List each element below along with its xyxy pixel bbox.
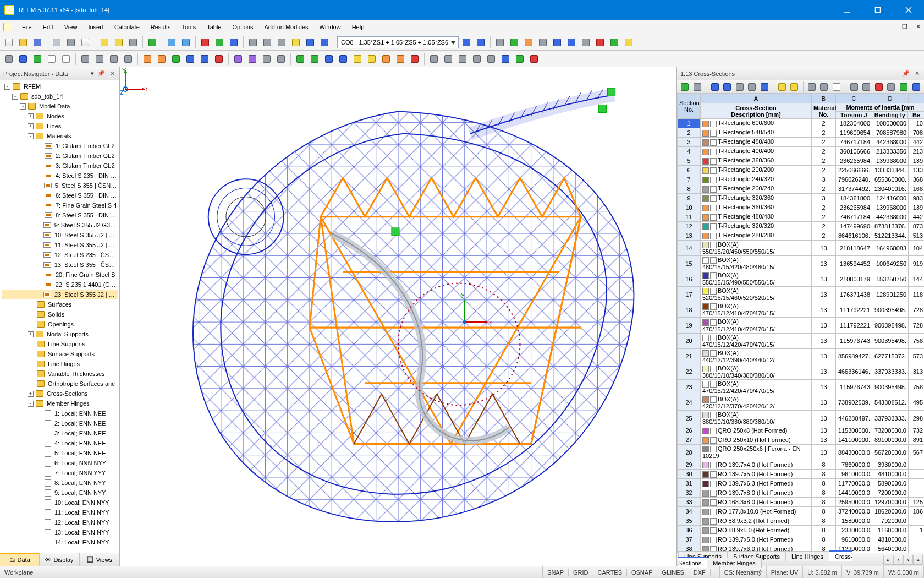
tb-save[interactable] <box>31 36 44 49</box>
tree-surfaces[interactable]: Surfaces <box>2 299 118 309</box>
tree-hinge-14[interactable]: 14: Local; ENN NYY <box>2 537 118 547</box>
model-viewport[interactable]: x y X Y Z <box>120 67 676 566</box>
tb-redo[interactable] <box>179 36 193 49</box>
tb-doc[interactable] <box>79 36 92 49</box>
tb2-v4[interactable] <box>122 52 135 66</box>
tb2-s2[interactable] <box>308 52 321 66</box>
tb2-s7[interactable] <box>380 52 393 66</box>
table-row[interactable]: 4T-Rectangle 400/40023601066662133333502… <box>678 147 925 156</box>
tb2-move[interactable] <box>16 52 30 66</box>
tb-prev[interactable] <box>460 36 473 49</box>
xtb-undo[interactable] <box>776 81 788 92</box>
table-row[interactable]: 9T-Rectangle 320/36031843618001244160009… <box>678 194 925 203</box>
tb-f[interactable] <box>318 36 331 49</box>
tree-solids[interactable]: Solids <box>2 309 118 319</box>
tb2-t2[interactable] <box>442 52 455 66</box>
status-toggle-cartes[interactable]: CARTES <box>593 569 627 576</box>
xtb-find[interactable] <box>831 81 843 92</box>
status-toggle-dxf[interactable]: DXF <box>689 569 711 576</box>
window-close-button[interactable] <box>893 0 924 20</box>
tb2-t1[interactable] <box>427 52 441 66</box>
tree-material-9[interactable]: 9: Steel S 355 J2 G3 | E <box>2 220 118 230</box>
nav-tab-views[interactable]: 🔲 Views <box>80 553 119 566</box>
tb-open[interactable] <box>16 36 30 49</box>
col-moments[interactable]: Moments of inertia [mm Torsion JBending … <box>836 103 925 119</box>
table-row[interactable]: 16BOX(A) 550/15/15/490/550/550/15/132108… <box>678 271 925 287</box>
tb2-s6[interactable] <box>365 52 378 66</box>
table-row[interactable]: 19BOX(A) 470/15/12/410/470/470/15/131117… <box>678 318 925 333</box>
tb-c[interactable] <box>275 36 288 49</box>
tb-g4[interactable] <box>536 36 549 49</box>
tb2-n2[interactable] <box>155 52 168 66</box>
mdi-minimize-button[interactable]: — <box>886 21 898 32</box>
xtb-redo[interactable] <box>789 81 800 92</box>
table-row[interactable]: 17BOX(A) 520/15/15/460/520/520/15/131763… <box>678 287 925 302</box>
tb2-s4[interactable] <box>337 52 350 66</box>
tb-copy[interactable] <box>98 36 111 49</box>
table-row[interactable]: 35RO 88.9x3.2 (Hot Formed)81580000.07920… <box>678 516 925 526</box>
tb2-v2[interactable] <box>93 52 106 66</box>
tb-check[interactable] <box>199 36 212 49</box>
tb2-m2[interactable] <box>246 52 259 66</box>
tb-cut[interactable] <box>127 36 140 49</box>
tb2-s3[interactable] <box>322 52 336 66</box>
tree-member-hinges[interactable]: -Member Hinges <box>2 399 118 408</box>
tree-material-13[interactable]: 13: Steel S 355 | ČSN E <box>2 260 118 270</box>
tb-print[interactable] <box>50 36 63 49</box>
tb2-s1[interactable] <box>294 52 307 66</box>
table-row[interactable]: 2T-Rectangle 540/54021196096547085879807… <box>678 128 925 138</box>
tree-line-supports[interactable]: Line Supports <box>2 339 118 349</box>
xtb-b[interactable] <box>861 81 872 92</box>
window-maximize-button[interactable] <box>862 0 893 20</box>
table-row[interactable]: 13T-Rectangle 280/2802864616106.51221334… <box>678 231 925 241</box>
tree-ortho[interactable]: Orthotropic Surfaces anc <box>2 379 118 389</box>
tb-g10[interactable] <box>622 36 635 49</box>
tree-material-8[interactable]: 8: Steel S 355 | DIN 18 <box>2 210 118 220</box>
table-row[interactable]: 23BOX(A) 470/15/12/420/470/470/15/131159… <box>678 379 925 395</box>
tree-hinge-10[interactable]: 10: Local; ENN NYY <box>2 498 118 508</box>
window-minimize-button[interactable] <box>832 0 862 20</box>
tree-material-6[interactable]: 6: Steel S 355 | DIN 18 <box>2 190 118 200</box>
tree-nodes[interactable]: +Nodes <box>2 111 118 121</box>
table-row[interactable]: 24BOX(A) 420/12/12/370/420/420/12/137389… <box>678 395 925 410</box>
tb-g9[interactable] <box>608 36 621 49</box>
table-row[interactable]: 18BOX(A) 470/15/12/410/470/470/15/131117… <box>678 302 925 318</box>
table-row[interactable]: 1T-Rectangle 600/60021823040001080000001… <box>678 119 925 128</box>
status-toggle-glines[interactable]: GLINES <box>657 569 689 576</box>
tree-surface-supports[interactable]: Surface Supports <box>2 349 118 359</box>
tree-hinge-11[interactable]: 11: Local; ENN NYY <box>2 508 118 517</box>
status-toggle-grid[interactable]: GRID <box>569 569 593 576</box>
xtb-d[interactable] <box>886 81 897 92</box>
tree-lines[interactable]: +Lines <box>2 121 118 131</box>
pin-icon[interactable]: 📌 <box>97 70 105 78</box>
tree-material-11[interactable]: 11: Steel S 355 J2 | CSI <box>2 240 118 250</box>
tb-layers[interactable] <box>146 36 159 49</box>
tb-g3[interactable] <box>522 36 535 49</box>
tree-hinge-13[interactable]: 13: Local; ENN NYY <box>2 527 118 537</box>
table-row[interactable]: 3T-Rectangle 480/48027467171844423680004… <box>678 138 925 147</box>
tree-hinge-9[interactable]: 9: Local; ENN NYY <box>2 488 118 498</box>
tb-a[interactable] <box>246 36 260 49</box>
table-row[interactable]: 6T-Rectangle 200/2002225066666.133333344… <box>678 166 925 175</box>
table-row[interactable]: 12T-Rectangle 320/3202147499690873813376… <box>678 222 925 231</box>
tb2-t8[interactable] <box>527 52 541 66</box>
table-row[interactable]: 5T-Rectangle 360/36022362659841399680001… <box>678 156 925 166</box>
table-row[interactable]: 15BOX(A) 480/15/15/420/480/480/15/131365… <box>678 256 925 271</box>
mdi-close-button[interactable]: ✕ <box>912 21 924 32</box>
menu-insert[interactable]: Insert <box>82 21 109 32</box>
tree-material-7[interactable]: 7: Fine Grain Steel S 4 <box>2 200 118 210</box>
tb-paste[interactable] <box>112 36 125 49</box>
tb-e[interactable] <box>304 36 317 49</box>
tb2-rotate[interactable] <box>31 52 44 66</box>
tree-openings[interactable]: Openings <box>2 319 118 329</box>
table-row[interactable]: 27QRO 250x10 (Hot Formed)13141100000.891… <box>678 435 925 445</box>
loadcase-combo[interactable]: CO8 - 1.35*ZS1 + 1.05*ZS5 + 1.05*ZS6 <box>337 36 459 48</box>
table-row[interactable]: 10T-Rectangle 360/3602236265984139968000… <box>678 203 925 212</box>
table-row[interactable]: 26QRO 250x8 (Hot Formed)13115300000.7320… <box>678 426 925 435</box>
close-panel-icon[interactable]: ✕ <box>108 70 116 78</box>
table-row[interactable]: 37RO 139.7x5.0 (Hot Formed)89610000.0481… <box>678 535 925 544</box>
tb2-select[interactable] <box>2 52 15 66</box>
tb2-v1[interactable] <box>79 52 92 66</box>
nav-tab-data[interactable]: 🗂 Data <box>0 553 40 566</box>
col-description[interactable]: Cross-SectionDescription [mm] <box>701 103 812 119</box>
